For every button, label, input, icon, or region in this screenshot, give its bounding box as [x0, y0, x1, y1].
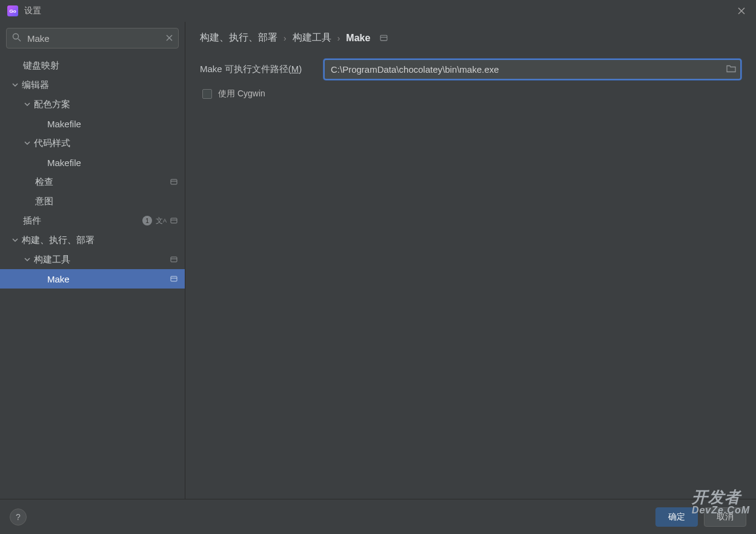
- tree-label: 键盘映射: [23, 60, 185, 72]
- make-path-input[interactable]: [323, 59, 741, 80]
- folder-icon[interactable]: [726, 64, 736, 75]
- tree-label: 配色方案: [34, 99, 185, 110]
- tree-item-codestyle-makefile[interactable]: Makefile: [0, 153, 185, 172]
- chevron-down-icon: [11, 82, 19, 88]
- tree-label: Makefile: [47, 158, 185, 168]
- tree-item-keyboard[interactable]: 键盘映射: [0, 56, 185, 75]
- chevron-down-icon: [23, 256, 31, 262]
- svg-rect-14: [380, 35, 387, 41]
- tree-label: 检查: [35, 176, 170, 188]
- language-icon: 文A: [156, 216, 167, 226]
- tree-label: 意图: [35, 196, 185, 207]
- cygwin-label: 使用 Cygwin: [218, 88, 265, 99]
- profile-icon: [170, 276, 177, 282]
- make-path-input-wrap: [323, 59, 741, 80]
- help-icon: ?: [16, 512, 21, 522]
- tree-item-build[interactable]: 构建、执行、部署: [0, 230, 185, 250]
- breadcrumb-build[interactable]: 构建、执行、部署: [200, 32, 277, 44]
- breadcrumb-sep: ›: [284, 33, 287, 43]
- content-panel: 构建、执行、部署 › 构建工具 › Make Make 可执行文件路径(M) 使…: [185, 22, 756, 499]
- breadcrumb-sep: ›: [337, 33, 340, 43]
- make-path-label: Make 可执行文件路径(M): [200, 64, 314, 75]
- chevron-down-icon: [23, 140, 31, 146]
- tree-label: 构建工具: [34, 254, 170, 265]
- tree-label: 构建、执行、部署: [22, 235, 185, 246]
- chevron-down-icon: [23, 101, 31, 107]
- row-cygwin: 使用 Cygwin: [200, 88, 741, 99]
- profile-icon: [170, 179, 177, 185]
- breadcrumb-current: Make: [346, 33, 370, 44]
- tree-item-colorscheme[interactable]: 配色方案: [0, 95, 185, 114]
- tree-label: 插件: [23, 215, 142, 227]
- breadcrumb-buildtools[interactable]: 构建工具: [293, 32, 331, 44]
- svg-rect-10: [171, 257, 177, 262]
- badge-count: 1: [142, 216, 152, 225]
- tree-item-codestyle[interactable]: 代码样式: [0, 133, 185, 153]
- cancel-button[interactable]: 取消: [704, 507, 746, 527]
- sidebar: 键盘映射 编辑器 配色方案 Makefile 代码样式 Makefile 检查: [0, 22, 185, 499]
- tree-item-plugins[interactable]: 插件 1 文A: [0, 211, 185, 230]
- svg-line-3: [18, 39, 21, 41]
- tree-label: 代码样式: [34, 138, 185, 149]
- app-icon: Go: [7, 5, 18, 16]
- tree-item-inspect[interactable]: 检查: [0, 172, 185, 192]
- titlebar: Go 设置: [0, 0, 756, 22]
- tree-item-make[interactable]: Make: [0, 269, 185, 289]
- tree-item-buildtools[interactable]: 构建工具: [0, 250, 185, 269]
- profile-icon: [380, 35, 388, 41]
- profile-icon: [170, 218, 177, 224]
- svg-rect-6: [171, 179, 177, 184]
- clear-search-icon[interactable]: [166, 33, 173, 43]
- main-area: 键盘映射 编辑器 配色方案 Makefile 代码样式 Makefile 检查: [0, 22, 756, 499]
- close-icon: [738, 7, 745, 15]
- window-title: 设置: [24, 5, 41, 16]
- search-wrap: [0, 22, 185, 53]
- svg-point-2: [13, 34, 19, 39]
- search-input[interactable]: [27, 33, 160, 44]
- cygwin-checkbox[interactable]: [202, 89, 212, 99]
- chevron-down-icon: [11, 237, 19, 243]
- close-button[interactable]: [733, 2, 750, 19]
- profile-icon: [170, 256, 177, 262]
- ok-button[interactable]: 确定: [655, 507, 698, 527]
- row-make-path: Make 可执行文件路径(M): [200, 59, 741, 80]
- tree-label: 编辑器: [22, 79, 185, 91]
- search-icon: [12, 33, 21, 44]
- form-area: Make 可执行文件路径(M) 使用 Cygwin: [185, 50, 756, 108]
- help-button[interactable]: ?: [10, 509, 27, 526]
- breadcrumb: 构建、执行、部署 › 构建工具 › Make: [185, 22, 756, 50]
- footer: ? 确定 取消: [0, 499, 756, 534]
- search-box[interactable]: [6, 28, 179, 48]
- svg-rect-8: [171, 218, 177, 223]
- tree-label: Make: [47, 274, 170, 284]
- tree-item-intent[interactable]: 意图: [0, 192, 185, 211]
- settings-tree: 键盘映射 编辑器 配色方案 Makefile 代码样式 Makefile 检查: [0, 53, 185, 499]
- tree-item-colorscheme-makefile[interactable]: Makefile: [0, 114, 185, 133]
- svg-rect-12: [171, 276, 177, 281]
- tree-label: Makefile: [47, 119, 185, 129]
- tree-item-editor[interactable]: 编辑器: [0, 75, 185, 95]
